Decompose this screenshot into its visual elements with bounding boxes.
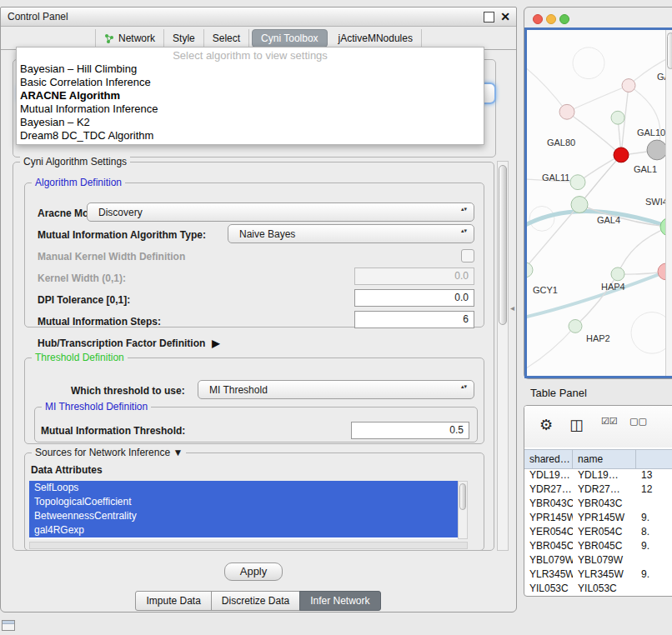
- desktop: Control Panel ✕ NetworkStyleSelectCyni T…: [0, 0, 672, 635]
- hub-definition-toggle[interactable]: Hub/Transcription Factor Definition▶: [38, 338, 220, 349]
- minimized-panel-icon[interactable]: [2, 620, 15, 631]
- tab-style[interactable]: Style: [164, 29, 204, 48]
- network-scrollbar[interactable]: [665, 30, 672, 376]
- table-cell: YDL19…: [573, 468, 636, 482]
- kernel-width-field[interactable]: 0.0: [354, 268, 474, 285]
- table-row[interactable]: YDL19…YDL19…13: [524, 468, 672, 482]
- scrollbar-thumb[interactable]: [459, 483, 466, 510]
- panel-collapse-handle[interactable]: ◂: [510, 303, 514, 312]
- algorithm-option[interactable]: Dream8 DC_TDC Algorithm: [17, 129, 484, 142]
- scrollbar-thumb[interactable]: [667, 32, 672, 69]
- close-icon[interactable]: ✕: [500, 10, 510, 23]
- dpi-tolerance-label: DPI Tolerance [0,1]:: [38, 294, 130, 306]
- data-attributes-list[interactable]: SelfLoopsTopologicalCoefficientBetweenne…: [29, 481, 458, 539]
- sources-toggle[interactable]: Sources for Network Inference ▼: [32, 447, 186, 458]
- table-cell: 12: [636, 482, 672, 497]
- float-window-icon[interactable]: [484, 12, 494, 22]
- table-cell: [636, 553, 672, 568]
- attribute-item[interactable]: TopologicalCoefficient: [29, 495, 458, 509]
- network-graph[interactable]: GAL80GAL10GAL11GAL1SWI4GAL4GCY1HAP4HAP2G…: [527, 30, 672, 376]
- table-cell: YPR145W: [524, 511, 573, 525]
- tab-label: Cyni Toolbox: [261, 32, 318, 44]
- tab-jactivemnodules[interactable]: jActiveMNodules: [330, 29, 422, 48]
- control-panel-window: Control Panel ✕ NetworkStyleSelectCyni T…: [0, 7, 517, 612]
- table-row[interactable]: YIL053CYIL053C: [524, 582, 672, 596]
- table-panel-window: ⚙◫☑☑▢▢ shared…name YDL19…YDL19…13YDR27…Y…: [524, 405, 672, 597]
- settings-scrollbar[interactable]: [497, 161, 509, 551]
- table-cell: 9.: [636, 568, 672, 582]
- mi-steps-field[interactable]: 6: [354, 311, 474, 328]
- table-row[interactable]: YBR043CYBR043C: [524, 497, 672, 511]
- algorithm-option[interactable]: Basic Correlation Inference: [17, 76, 484, 89]
- mi-type-label: Mutual Information Algorithm Type:: [38, 229, 206, 241]
- table-toolbar: ⚙◫☑☑▢▢: [524, 406, 672, 448]
- tab-network[interactable]: Network: [95, 29, 164, 48]
- table-cell: [636, 497, 672, 511]
- table-row[interactable]: YBR045CYBR045C9.: [524, 539, 672, 553]
- algorithm-option[interactable]: Bayesian – K2: [17, 116, 484, 129]
- zoom-button[interactable]: [559, 14, 569, 24]
- table-row[interactable]: YER054CYER054C8.: [524, 525, 672, 539]
- tab-label: Select: [213, 32, 240, 44]
- column-header[interactable]: shared…: [524, 450, 573, 468]
- svg-text:SWI4: SWI4: [645, 198, 668, 208]
- mini-titlebar: [3, 621, 14, 624]
- minimize-button[interactable]: [546, 14, 556, 24]
- combo-arrows-icon: ▴▾: [461, 228, 467, 234]
- table-row[interactable]: YBL079WYBL079W: [524, 553, 672, 568]
- attribute-item[interactable]: SelfLoops: [29, 481, 458, 495]
- table-cell: YER054C: [524, 525, 573, 539]
- sources-title: Sources for Network Inference: [35, 447, 170, 458]
- column-header[interactable]: [636, 450, 672, 468]
- expand-right-icon: ▶: [212, 338, 219, 349]
- algorithm-option[interactable]: Mutual Information Inference: [17, 102, 484, 116]
- aracne-mode-select[interactable]: Discovery ▴▾: [87, 202, 474, 222]
- hub-definition-label: Hub/Transcription Factor Definition: [38, 338, 205, 349]
- close-button[interactable]: [533, 14, 543, 24]
- scrollbar-thumb[interactable]: [499, 165, 507, 325]
- bottom-tab-impute-data[interactable]: Impute Data: [135, 591, 211, 611]
- which-threshold-select[interactable]: MI Threshold ▴▾: [198, 380, 474, 399]
- table-row[interactable]: YPR145WYPR145W9.: [524, 511, 672, 525]
- algorithm-option[interactable]: ARACNE Algorithm: [17, 89, 484, 102]
- attributes-hscrollbar[interactable]: [29, 542, 468, 549]
- unchecked-boxes-icon[interactable]: ▢▢: [629, 416, 647, 427]
- manual-kernel-checkbox[interactable]: [461, 249, 474, 262]
- network-canvas[interactable]: GAL80GAL10GAL11GAL1SWI4GAL4GCY1HAP4HAP2G…: [524, 28, 672, 378]
- mi-algorithm-type-select[interactable]: Naive Bayes ▴▾: [228, 224, 474, 243]
- gear-icon[interactable]: ⚙: [539, 416, 553, 434]
- apply-button[interactable]: Apply: [224, 562, 283, 581]
- table-row[interactable]: YLR345WYLR345W9.: [524, 568, 672, 582]
- column-header[interactable]: name: [573, 450, 636, 468]
- tab-label: jActiveMNodules: [339, 32, 413, 44]
- dpi-tolerance-field[interactable]: 0.0: [354, 289, 474, 307]
- attribute-item[interactable]: gal4RGexp: [29, 523, 458, 538]
- attribute-item[interactable]: BetweennessCentrality: [29, 509, 458, 523]
- bottom-tab-discretize-data[interactable]: Discretize Data: [211, 591, 300, 611]
- table-cell: 13: [636, 468, 672, 482]
- mi-threshold-field[interactable]: 0.5: [351, 422, 469, 439]
- table-cell: YBL079W: [573, 553, 636, 568]
- data-attributes-label: Data Attributes: [31, 464, 103, 476]
- svg-text:HAP4: HAP4: [601, 282, 625, 292]
- svg-text:HAP2: HAP2: [586, 333, 610, 343]
- table-cell: YIL053C: [573, 582, 636, 596]
- table-body[interactable]: YDL19…YDL19…13YDR27…YDR27…12YBR043CYBR04…: [524, 468, 672, 596]
- control-panel-titlebar[interactable]: Control Panel ✕: [1, 8, 516, 27]
- table-cell: YBL079W: [524, 553, 573, 568]
- bottom-tab-infer-network[interactable]: Infer Network: [299, 591, 380, 611]
- group-title: Algorithm Definition: [32, 177, 125, 188]
- group-title: Cyni Algorithm Settings: [20, 156, 130, 168]
- table-row[interactable]: YDR27…YDR27…12: [524, 482, 672, 497]
- checked-boxes-icon[interactable]: ☑☑: [601, 416, 618, 427]
- tab-select[interactable]: Select: [204, 29, 249, 48]
- tab-cyni-toolbox[interactable]: Cyni Toolbox: [252, 29, 327, 48]
- group-title: Threshold Definition: [32, 352, 128, 363]
- columns-icon[interactable]: ◫: [569, 416, 584, 434]
- network-view-window: GAL80GAL10GAL11GAL1SWI4GAL4GCY1HAP4HAP2G…: [524, 7, 672, 379]
- table-cell: 9.: [636, 539, 672, 553]
- algorithm-option[interactable]: Bayesian – Hill Climbing: [17, 62, 484, 76]
- table-cell: YER054C: [573, 525, 636, 539]
- kernel-width-label: Kernel Width (0,1):: [38, 272, 126, 284]
- attributes-scrollbar[interactable]: [458, 481, 468, 539]
